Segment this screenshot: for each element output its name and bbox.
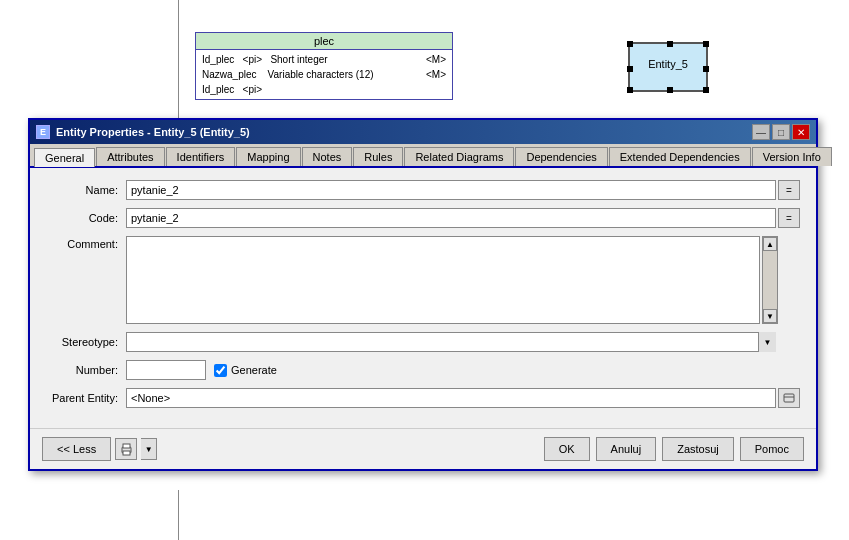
maximize-button[interactable]: □: [772, 124, 790, 140]
plec-row-1: Id_plec <pi> Short integer <M>: [202, 52, 446, 67]
handle-tm: [667, 41, 673, 47]
handle-ml: [627, 66, 633, 72]
generate-checkbox[interactable]: [214, 364, 227, 377]
handle-tr: [703, 41, 709, 47]
tab-version-info[interactable]: Version Info: [752, 147, 832, 166]
tab-related-diagrams[interactable]: Related Diagrams: [404, 147, 514, 166]
dialog-icon: E: [36, 125, 50, 139]
stereotype-select-wrapper: ▼: [126, 332, 776, 352]
stereotype-row: Stereotype: ▼: [46, 332, 800, 352]
comment-textarea[interactable]: [126, 236, 760, 324]
scroll-up-arrow[interactable]: ▲: [763, 237, 777, 251]
dialog-title: Entity Properties - Entity_5 (Entity_5): [56, 126, 250, 138]
code-input[interactable]: [126, 208, 776, 228]
stereotype-select[interactable]: [126, 332, 776, 352]
entity-5-diagram: Entity_5: [628, 42, 708, 92]
tab-identifiers[interactable]: Identifiers: [166, 147, 236, 166]
name-row: Name: =: [46, 180, 800, 200]
tab-dependencies[interactable]: Dependencies: [515, 147, 607, 166]
dialog-content: Name: = Code: = Comment: ▲ ▼: [30, 168, 816, 428]
bottom-left-buttons: << Less ▼: [42, 437, 157, 461]
stereotype-dropdown-arrow[interactable]: ▼: [758, 332, 776, 352]
browse-icon: [783, 392, 795, 404]
generate-text: Generate: [231, 364, 277, 376]
tab-rules[interactable]: Rules: [353, 147, 403, 166]
entity-plec-title: plec: [314, 35, 334, 47]
title-bar: E Entity Properties - Entity_5 (Entity_5…: [30, 120, 816, 144]
stereotype-label: Stereotype:: [46, 336, 126, 348]
ok-button[interactable]: OK: [544, 437, 590, 461]
plec-row-3: Id_plec <pi>: [202, 82, 446, 97]
handle-br: [703, 87, 709, 93]
number-input[interactable]: [126, 360, 206, 380]
comment-scrollbar[interactable]: ▲ ▼: [762, 236, 778, 324]
canvas-vline-bottom: [178, 490, 179, 540]
dialog-action-buttons: OK Anuluj Zastosuj Pomoc: [544, 437, 804, 461]
print-button[interactable]: [115, 438, 137, 460]
svg-rect-0: [784, 394, 794, 402]
print-dropdown-button[interactable]: ▼: [141, 438, 157, 460]
cancel-button[interactable]: Anuluj: [596, 437, 657, 461]
canvas-vline-top: [178, 0, 179, 118]
handle-bl: [627, 87, 633, 93]
code-row: Code: =: [46, 208, 800, 228]
comment-row: Comment: ▲ ▼: [46, 236, 800, 324]
code-label: Code:: [46, 212, 126, 224]
parent-entity-input[interactable]: [126, 388, 776, 408]
close-button[interactable]: ✕: [792, 124, 810, 140]
title-bar-left: E Entity Properties - Entity_5 (Entity_5…: [36, 125, 250, 139]
name-equals-button[interactable]: =: [778, 180, 800, 200]
tab-notes[interactable]: Notes: [302, 147, 353, 166]
svg-rect-3: [123, 444, 130, 448]
handle-mr: [703, 66, 709, 72]
name-input[interactable]: [126, 180, 776, 200]
svg-rect-4: [123, 451, 130, 455]
title-buttons: — □ ✕: [752, 124, 810, 140]
scroll-down-arrow[interactable]: ▼: [763, 309, 777, 323]
plec-row-2: Nazwa_plec Variable characters (12) <M>: [202, 67, 446, 82]
entity-plec-diagram: plec Id_plec <pi> Short integer <M> Nazw…: [195, 32, 453, 100]
tab-attributes[interactable]: Attributes: [96, 147, 164, 166]
entity-plec-body: Id_plec <pi> Short integer <M> Nazwa_ple…: [196, 50, 452, 99]
generate-label: Generate: [214, 364, 277, 377]
number-label: Number:: [46, 364, 126, 376]
help-button[interactable]: Pomoc: [740, 437, 804, 461]
entity-properties-dialog: E Entity Properties - Entity_5 (Entity_5…: [28, 118, 818, 471]
entity-5-label: Entity_5: [630, 44, 706, 70]
parent-entity-label: Parent Entity:: [46, 392, 126, 404]
print-icon: [120, 443, 133, 456]
name-label: Name:: [46, 184, 126, 196]
less-button[interactable]: << Less: [42, 437, 111, 461]
entity-plec-header: plec: [196, 33, 452, 50]
handle-tl: [627, 41, 633, 47]
code-equals-button[interactable]: =: [778, 208, 800, 228]
minimize-button[interactable]: —: [752, 124, 770, 140]
tab-mapping[interactable]: Mapping: [236, 147, 300, 166]
handle-bm: [667, 87, 673, 93]
number-row: Number: Generate: [46, 360, 800, 380]
parent-entity-browse-button[interactable]: [778, 388, 800, 408]
tab-bar: General Attributes Identifiers Mapping N…: [30, 144, 816, 168]
dialog-bottom-bar: << Less ▼ OK Anuluj Zastosuj Pomoc: [30, 428, 816, 469]
tab-extended-dependencies[interactable]: Extended Dependencies: [609, 147, 751, 166]
parent-entity-row: Parent Entity:: [46, 388, 800, 408]
comment-textarea-wrapper: ▲ ▼: [126, 236, 778, 324]
comment-label: Comment:: [46, 238, 126, 250]
tab-general[interactable]: General: [34, 148, 95, 167]
apply-button[interactable]: Zastosuj: [662, 437, 734, 461]
